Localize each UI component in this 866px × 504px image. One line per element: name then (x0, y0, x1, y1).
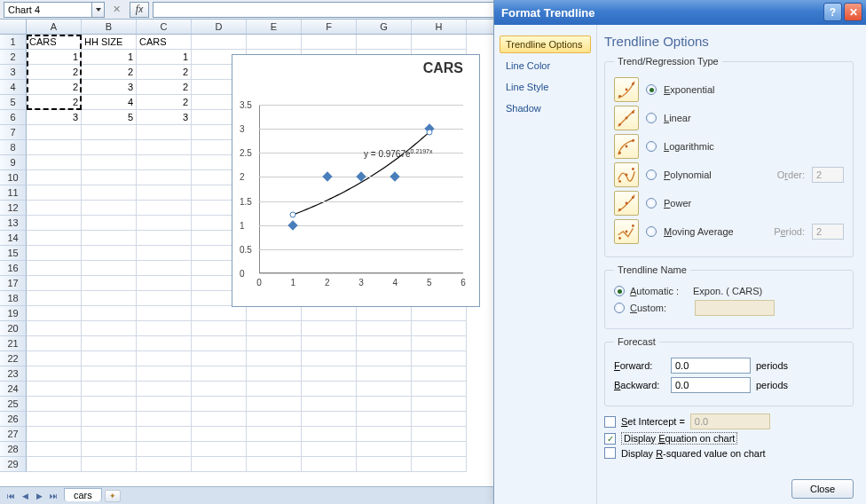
row-header[interactable]: 21 (0, 336, 27, 351)
cell[interactable] (357, 351, 412, 366)
cell[interactable] (137, 442, 192, 457)
cell[interactable] (27, 291, 82, 306)
cell[interactable] (27, 140, 82, 155)
cell[interactable] (302, 321, 357, 336)
row-header[interactable]: 6 (0, 110, 27, 125)
cell[interactable] (27, 397, 82, 412)
cell[interactable] (82, 155, 137, 170)
cell[interactable] (82, 336, 137, 351)
col-header[interactable]: E (247, 20, 302, 34)
row-header[interactable]: 25 (0, 397, 27, 412)
col-header[interactable]: F (302, 20, 357, 34)
cell[interactable] (357, 397, 412, 412)
cell[interactable] (137, 351, 192, 366)
cell[interactable] (27, 382, 82, 397)
cell[interactable] (137, 170, 192, 185)
cell[interactable]: 3 (82, 80, 137, 95)
tab-nav-last-icon[interactable]: ⏭ (46, 489, 60, 503)
cell[interactable] (412, 382, 467, 397)
row-header[interactable]: 12 (0, 201, 27, 216)
cell[interactable] (247, 366, 302, 382)
cell[interactable] (302, 442, 357, 457)
row-header[interactable]: 13 (0, 216, 27, 231)
row-header[interactable]: 22 (0, 351, 27, 366)
trendtype-icon[interactable] (614, 162, 639, 187)
cell[interactable] (82, 261, 137, 276)
cell[interactable] (192, 351, 247, 366)
cell[interactable]: CARS (27, 35, 82, 50)
cell[interactable] (27, 201, 82, 216)
cell[interactable] (27, 276, 82, 291)
cell[interactable]: 2 (27, 65, 82, 80)
row-header[interactable]: 29 (0, 457, 27, 472)
col-header[interactable]: D (192, 20, 247, 34)
nav-line-color[interactable]: Line Color (500, 57, 591, 75)
nav-shadow[interactable]: Shadow (500, 99, 591, 117)
cell[interactable] (82, 276, 137, 291)
row-header[interactable]: 20 (0, 321, 27, 336)
row-header[interactable]: 14 (0, 231, 27, 246)
cell[interactable] (302, 366, 357, 382)
cell[interactable] (357, 412, 412, 427)
backward-input[interactable] (671, 377, 751, 393)
chart-title[interactable]: CARS (423, 60, 463, 76)
cell[interactable] (137, 321, 192, 336)
name-box-dropdown[interactable] (92, 2, 105, 18)
radio-exponential[interactable] (646, 84, 657, 95)
cell[interactable] (82, 412, 137, 427)
cell[interactable]: 3 (27, 110, 82, 125)
trendtype-icon[interactable] (614, 77, 639, 102)
cell[interactable] (27, 261, 82, 276)
order-spinner[interactable]: 2 (812, 167, 844, 183)
cell[interactable] (412, 442, 467, 457)
cell[interactable] (137, 336, 192, 351)
row-header[interactable]: 1 (0, 35, 27, 50)
cell[interactable] (247, 412, 302, 427)
cell[interactable] (137, 276, 192, 291)
period-spinner[interactable]: 2 (812, 224, 844, 240)
cell[interactable] (27, 366, 82, 382)
cell[interactable] (82, 427, 137, 442)
cell[interactable] (192, 321, 247, 336)
cell[interactable] (192, 382, 247, 397)
cell[interactable] (137, 185, 192, 201)
cell[interactable] (412, 351, 467, 366)
cell[interactable] (137, 366, 192, 382)
formula-cancel-icon[interactable]: ✕ (108, 2, 124, 18)
select-all-corner[interactable] (0, 20, 27, 34)
cell[interactable]: 2 (137, 95, 192, 110)
cell[interactable] (357, 382, 412, 397)
cell[interactable] (412, 412, 467, 427)
cell[interactable] (247, 442, 302, 457)
cell[interactable] (302, 457, 357, 472)
cell[interactable] (137, 427, 192, 442)
cell[interactable]: 4 (82, 95, 137, 110)
col-header[interactable]: C (137, 20, 192, 34)
cell[interactable] (82, 125, 137, 140)
row-header[interactable]: 27 (0, 427, 27, 442)
checkbox-display-equation[interactable] (604, 433, 616, 445)
fx-button[interactable]: fx (130, 2, 149, 18)
cell[interactable] (302, 397, 357, 412)
row-header[interactable]: 4 (0, 80, 27, 95)
help-button[interactable]: ? (823, 3, 842, 21)
cell[interactable] (302, 382, 357, 397)
set-intercept-input[interactable] (690, 413, 770, 429)
cell[interactable]: CARS (137, 35, 192, 50)
cell[interactable]: 2 (137, 80, 192, 95)
cell[interactable]: 3 (137, 110, 192, 125)
cell[interactable] (137, 231, 192, 246)
checkbox-display-r2[interactable] (604, 447, 616, 459)
cell[interactable]: 2 (27, 80, 82, 95)
cell[interactable] (247, 382, 302, 397)
row-header[interactable]: 15 (0, 246, 27, 261)
col-header[interactable]: A (27, 20, 82, 34)
cell[interactable] (27, 125, 82, 140)
cell[interactable] (137, 125, 192, 140)
cell[interactable] (192, 442, 247, 457)
cell[interactable]: 1 (82, 50, 137, 65)
cell[interactable] (82, 382, 137, 397)
cell[interactable]: 1 (137, 50, 192, 65)
dialog-titlebar[interactable]: Format Trendline ? ✕ (494, 0, 866, 25)
cell[interactable]: 5 (82, 110, 137, 125)
